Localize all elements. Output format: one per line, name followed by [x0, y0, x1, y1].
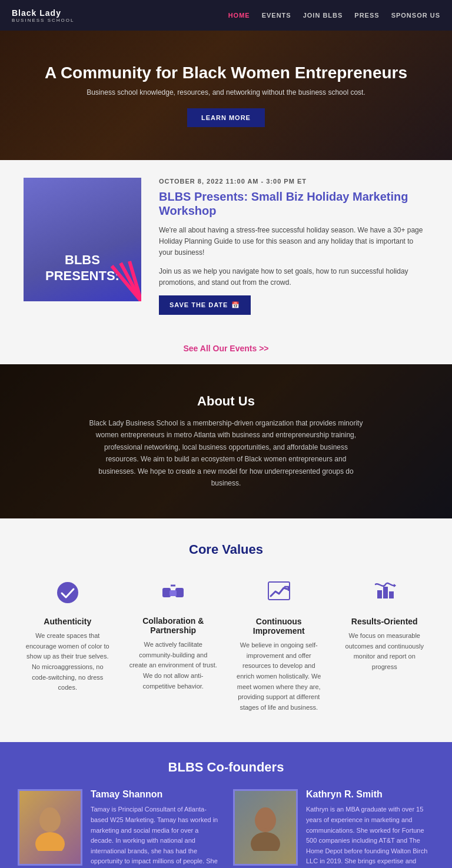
svg-marker-9	[394, 584, 396, 587]
svg-rect-6	[170, 590, 177, 596]
cofounder-info-tamay: Tamay Shannon Tamay is Principal Consult…	[91, 789, 219, 868]
core-value-improvement: Continuous Improvement We believe in ong…	[229, 575, 329, 719]
cofounder-photo-tamay	[18, 789, 82, 866]
collaboration-title: Collaboration & Partnership	[129, 616, 218, 635]
improvement-title: Continuous Improvement	[235, 617, 323, 636]
event-title: BLBS Presents: Small Biz Holiday Marketi…	[159, 189, 428, 218]
calendar-icon: 📅	[231, 301, 240, 309]
svg-rect-4	[162, 588, 171, 597]
core-values-heading: Core Values	[18, 542, 434, 557]
learn-more-button[interactable]: LEARN MORE	[187, 108, 265, 127]
cofounder-name-kathryn: Kathryn R. Smith	[306, 789, 434, 800]
authenticity-desc: We create spaces that encourage women of…	[24, 631, 112, 693]
event-desc2: Join us as we help you navigate how to s…	[159, 266, 428, 288]
results-desc: We focus on measurable outcomes and cont…	[341, 631, 429, 672]
core-values-section: Core Values Authenticity We create space…	[0, 518, 452, 742]
results-title: Results-Oriented	[341, 617, 429, 626]
core-value-authenticity: Authenticity We create spaces that encou…	[18, 575, 118, 719]
cofounders-grid: Tamay Shannon Tamay is Principal Consult…	[18, 789, 434, 868]
improvement-desc: We believe in ongoing self-improvement a…	[235, 640, 323, 713]
event-date: OCTOBER 8, 2022 11:00 AM - 3:00 PM ET	[159, 178, 428, 185]
event-details: OCTOBER 8, 2022 11:00 AM - 3:00 PM ET BL…	[159, 178, 428, 315]
hero-subtext: Business school knowledge, resources, an…	[45, 88, 407, 97]
results-icon	[341, 581, 429, 610]
event-desc1: We're all about having a stress-free suc…	[159, 225, 428, 259]
svg-point-14	[251, 832, 280, 851]
about-text: Black Lady Business School is a membersh…	[88, 417, 364, 489]
hero-heading: A Community for Black Women Entrepreneur…	[45, 64, 407, 82]
nav-links: HOME EVENTS JOIN BLBS PRESS SPONSOR US	[228, 12, 440, 19]
core-value-results: Results-Oriented We focus on measurable …	[335, 575, 435, 719]
event-burst-decoration	[100, 260, 141, 301]
collaboration-desc: We actively facilitate community-buildin…	[129, 640, 218, 691]
cofounder-tamay: Tamay Shannon Tamay is Principal Consult…	[18, 789, 219, 868]
nav-logo-subtitle: BUSINESS SCHOOL	[12, 18, 74, 23]
nav-join[interactable]: JOIN BLBS	[303, 12, 343, 19]
nav-events[interactable]: EVENTS	[262, 12, 291, 19]
navbar: Black Lady BUSINESS SCHOOL HOME EVENTS J…	[0, 0, 452, 31]
authenticity-title: Authenticity	[24, 617, 112, 626]
hero-section: A Community for Black Women Entrepreneur…	[0, 31, 452, 160]
about-content: About Us Black Lady Business School is a…	[88, 394, 364, 489]
hero-content: A Community for Black Women Entrepreneur…	[45, 64, 407, 127]
cofounder-bio-kathryn: Kathryn is an MBA graduate with over 15 …	[306, 804, 434, 868]
svg-rect-8	[268, 582, 290, 600]
about-section: About Us Black Lady Business School is a…	[0, 364, 452, 518]
see-all-events-link[interactable]: See All Our Events >>	[184, 344, 269, 353]
nav-logo-name: Black Lady	[12, 8, 74, 18]
nav-sponsor[interactable]: SPONSOR US	[391, 12, 440, 19]
cofounder-bio-tamay: Tamay is Principal Consultant of Atlanta…	[91, 804, 219, 868]
cofounders-section: BLBS Co-founders Tamay Shannon Tamay is …	[0, 742, 452, 868]
svg-point-12	[41, 807, 59, 829]
nav-press[interactable]: PRESS	[354, 12, 379, 19]
see-all-events: See All Our Events >>	[0, 332, 452, 364]
svg-point-3	[57, 582, 78, 603]
cofounder-name-tamay: Tamay Shannon	[91, 789, 219, 800]
cofounders-heading: BLBS Co-founders	[18, 760, 434, 775]
cofounder-info-kathryn: Kathryn R. Smith Kathryn is an MBA gradu…	[306, 789, 434, 868]
about-heading: About Us	[88, 394, 364, 409]
cofounder-photo-kathryn	[233, 789, 298, 866]
save-date-button[interactable]: SAVE THE DATE 📅	[159, 295, 251, 315]
authenticity-icon	[24, 581, 112, 610]
nav-logo: Black Lady BUSINESS SCHOOL	[12, 8, 74, 23]
svg-point-11	[35, 832, 65, 851]
svg-rect-5	[175, 588, 184, 597]
improvement-icon	[235, 581, 323, 610]
event-image: BLBS PRESENTS:	[24, 178, 141, 301]
nav-home[interactable]: HOME	[228, 12, 250, 19]
event-section: BLBS PRESENTS: OCTOBER 8, 2022 11:00 AM …	[0, 160, 452, 332]
core-values-grid: Authenticity We create spaces that encou…	[18, 575, 434, 719]
cofounder-kathryn: Kathryn R. Smith Kathryn is an MBA gradu…	[233, 789, 434, 868]
save-date-label: SAVE THE DATE	[170, 301, 228, 308]
core-value-collaboration: Collaboration & Partnership We actively …	[124, 575, 224, 719]
svg-point-15	[256, 807, 275, 829]
collaboration-icon	[129, 581, 218, 609]
